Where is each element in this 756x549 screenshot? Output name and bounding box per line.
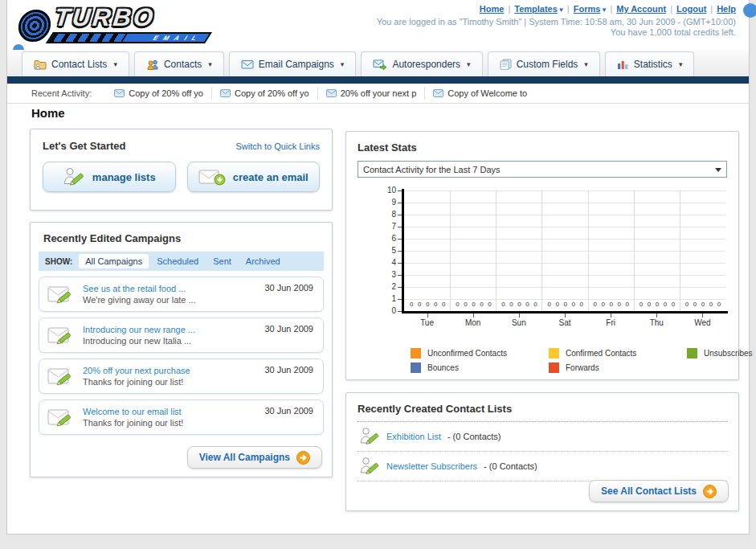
header-link-templates[interactable]: Templates bbox=[514, 4, 558, 14]
chart-gridline bbox=[404, 215, 725, 215]
switch-quick-links-link[interactable]: Switch to Quick Links bbox=[235, 141, 320, 151]
recent-activity-item[interactable]: Copy of 20% off yo bbox=[211, 87, 317, 100]
manage-lists-button[interactable]: manage lists bbox=[43, 162, 176, 192]
header-link-my-account[interactable]: My Account bbox=[616, 4, 666, 14]
contact-list-name-link[interactable]: Newsletter Subscribers bbox=[386, 461, 477, 471]
chart-xtick bbox=[473, 313, 474, 318]
campaign-date: 30 Jun 2009 bbox=[264, 365, 313, 375]
recent-activity-item[interactable]: Copy of 20% off yo bbox=[106, 87, 211, 100]
logo-subtitle: EMAIL bbox=[151, 35, 204, 42]
tab-contacts[interactable]: Contacts▾ bbox=[134, 51, 224, 76]
chart-day-label: Fri bbox=[593, 318, 628, 327]
contact-list-name-link[interactable]: Exhibition List bbox=[386, 432, 441, 441]
chart-value-label: 0 bbox=[602, 301, 605, 308]
chart-day-label: Wed bbox=[684, 318, 720, 327]
filter-sent[interactable]: Sent bbox=[206, 254, 238, 268]
legend-swatch-icon bbox=[411, 363, 421, 373]
chart-value-label: 0 bbox=[610, 301, 613, 308]
campaign-item[interactable]: See us at the retail food ...We're givin… bbox=[39, 277, 324, 312]
header-link-home[interactable]: Home bbox=[480, 4, 505, 14]
see-all-contact-lists-label: See All Contact Lists bbox=[601, 485, 697, 497]
link-separator: | bbox=[610, 4, 612, 14]
chart-value-label: 0 bbox=[501, 301, 505, 308]
chart-value-label: 0 bbox=[701, 301, 705, 308]
chart-value-label: 0 bbox=[709, 301, 713, 308]
legend-item: Forwards bbox=[549, 363, 687, 373]
filter-archived[interactable]: Archived bbox=[239, 254, 287, 268]
chart-day-label: Sat bbox=[547, 318, 582, 327]
view-all-campaigns-button[interactable]: View All Campaigns bbox=[187, 446, 322, 469]
recently-edited-campaigns-panel: Recently Edited Campaigns SHOW: All Camp… bbox=[30, 222, 333, 477]
chart-xtick bbox=[565, 313, 566, 318]
tab-statistics[interactable]: Statistics▾ bbox=[605, 51, 695, 76]
chart-value-label: 0 bbox=[656, 301, 659, 308]
tab-label: Custom Fields bbox=[517, 59, 578, 70]
chart-gridline bbox=[404, 239, 725, 240]
chart-ytick-label: 4 bbox=[378, 258, 396, 267]
tab-custom-fields[interactable]: Custom Fields▾ bbox=[488, 51, 600, 76]
header-link-forms[interactable]: Forms bbox=[574, 4, 601, 14]
header-link-help[interactable]: Help bbox=[717, 4, 736, 14]
legend-item: Unsubscribes bbox=[687, 348, 753, 358]
recent-activity-item-label: 20% off your next p bbox=[341, 88, 417, 98]
campaign-subtitle: Thanks for joining our list! bbox=[83, 417, 315, 428]
main-nav-tabbar: Contact Lists▾Contacts▾Email Campaigns▾A… bbox=[7, 50, 749, 76]
content-area: TURBO EMAIL Home|Templates ▾|Forms ▾|My … bbox=[6, 0, 750, 535]
chart-value-label: 0 bbox=[579, 301, 582, 308]
contact-lists-title: Recently Created Contact Lists bbox=[358, 403, 727, 422]
chevron-down-icon: ▾ bbox=[558, 6, 563, 14]
chart-ytick-label: 5 bbox=[378, 246, 396, 255]
tab-contact-lists[interactable]: Contact Lists▾ bbox=[22, 51, 129, 76]
recent-activity-item-label: Copy of 20% off yo bbox=[235, 88, 309, 98]
campaign-item[interactable]: 20% off your next purchaseThanks for joi… bbox=[39, 358, 324, 394]
email-campaigns-icon bbox=[241, 59, 254, 69]
link-separator: | bbox=[567, 4, 570, 14]
recent-activity-bar: Recent Activity: Copy of 20% off yoCopy … bbox=[7, 84, 749, 104]
recent-activity-item[interactable]: 20% off your next p bbox=[317, 87, 425, 100]
chart-value-label: 0 bbox=[456, 301, 459, 308]
tab-label: Statistics bbox=[634, 59, 672, 70]
see-all-contact-lists-button[interactable]: See All Contact Lists bbox=[589, 480, 729, 502]
get-started-title: Let's Get Started bbox=[43, 140, 126, 152]
chart-value-label: 0 bbox=[685, 301, 689, 308]
chart-gridline bbox=[404, 191, 725, 191]
campaign-date: 30 Jun 2009 bbox=[264, 283, 313, 293]
tab-email-campaigns[interactable]: Email Campaigns▾ bbox=[229, 51, 357, 76]
legend-label: Unsubscribes bbox=[704, 349, 753, 358]
chart-value-label: 0 bbox=[664, 301, 667, 308]
chart-value-label: 0 bbox=[418, 301, 421, 308]
chart-value-label: 0 bbox=[509, 301, 513, 308]
campaign-list: See us at the retail food ...We're givin… bbox=[39, 277, 324, 435]
campaign-icon bbox=[47, 325, 76, 346]
chevron-down-icon: ▾ bbox=[208, 60, 212, 68]
contact-list-item[interactable]: Exhibition List- (0 Contacts) bbox=[358, 422, 727, 452]
link-separator: | bbox=[710, 4, 713, 14]
chart-value-label: 0 bbox=[555, 301, 558, 308]
filter-scheduled[interactable]: Scheduled bbox=[150, 254, 205, 268]
create-an-email-button[interactable]: create an email bbox=[187, 162, 321, 192]
tab-autoresponders[interactable]: Autoresponders▾ bbox=[361, 51, 482, 76]
legend-label: Forwards bbox=[566, 363, 599, 372]
chart-ytick-label: 7 bbox=[378, 222, 396, 231]
tab-label: Email Campaigns bbox=[259, 59, 334, 70]
campaign-date: 30 Jun 2009 bbox=[264, 406, 313, 416]
recent-activity-item[interactable]: Copy of Welcome to bbox=[424, 87, 535, 100]
link-separator: | bbox=[670, 4, 672, 14]
latest-stats-title: Latest Stats bbox=[358, 141, 727, 154]
filter-all-campaigns[interactable]: All Campaigns bbox=[79, 254, 149, 268]
manage-lists-icon bbox=[63, 166, 85, 187]
contact-list-icon bbox=[359, 456, 380, 477]
chart-group-separator bbox=[588, 191, 589, 311]
campaign-item[interactable]: Welcome to our email listThanks for join… bbox=[39, 399, 324, 435]
campaign-item[interactable]: Introducing our new range ...Introducing… bbox=[39, 318, 324, 353]
chart-value-label: 0 bbox=[571, 301, 574, 308]
chart-value-label: 0 bbox=[517, 301, 521, 308]
header-link-logout[interactable]: Logout bbox=[676, 4, 706, 14]
stats-report-dropdown[interactable]: Contact Activity for the Last 7 Days bbox=[358, 161, 727, 178]
chevron-down-icon: ▾ bbox=[584, 60, 588, 68]
chart-value-label: 0 bbox=[426, 301, 429, 308]
latest-stats-panel: Latest Stats Contact Activity for the La… bbox=[345, 131, 739, 380]
chart-day-label: Tue bbox=[410, 318, 445, 327]
campaign-subtitle: Thanks for joining our list! bbox=[83, 376, 315, 387]
contact-list-item[interactable]: Newsletter Subscribers- (0 Contacts) bbox=[358, 452, 727, 481]
